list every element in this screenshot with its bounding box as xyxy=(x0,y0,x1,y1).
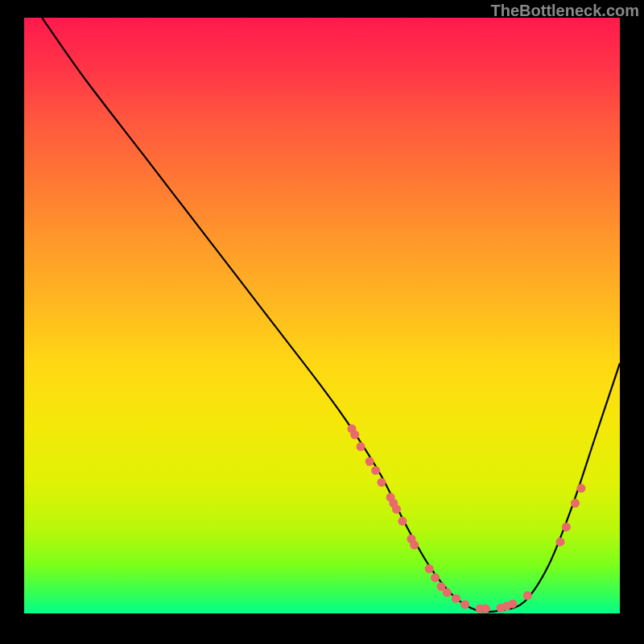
data-marker xyxy=(460,600,469,609)
data-marker xyxy=(431,573,440,582)
data-marker xyxy=(576,484,585,493)
data-marker xyxy=(425,564,434,573)
data-marker xyxy=(571,499,580,508)
data-marker xyxy=(371,466,380,475)
data-marker xyxy=(508,600,517,609)
chart-svg xyxy=(24,18,620,613)
watermark-text: TheBottleneck.com xyxy=(491,2,639,20)
data-marker xyxy=(443,588,452,597)
curve-markers xyxy=(348,424,586,613)
data-marker xyxy=(452,594,460,603)
data-marker xyxy=(481,605,490,613)
data-marker xyxy=(350,431,359,440)
data-marker xyxy=(562,522,571,531)
data-marker xyxy=(392,505,401,514)
data-marker xyxy=(365,457,374,466)
data-marker xyxy=(523,591,532,600)
data-marker xyxy=(410,540,419,549)
data-marker xyxy=(556,538,565,547)
chart-gradient-background xyxy=(24,18,620,613)
data-marker xyxy=(398,517,407,526)
data-marker xyxy=(378,478,386,487)
data-marker xyxy=(357,442,365,451)
bottleneck-curve xyxy=(42,18,620,612)
